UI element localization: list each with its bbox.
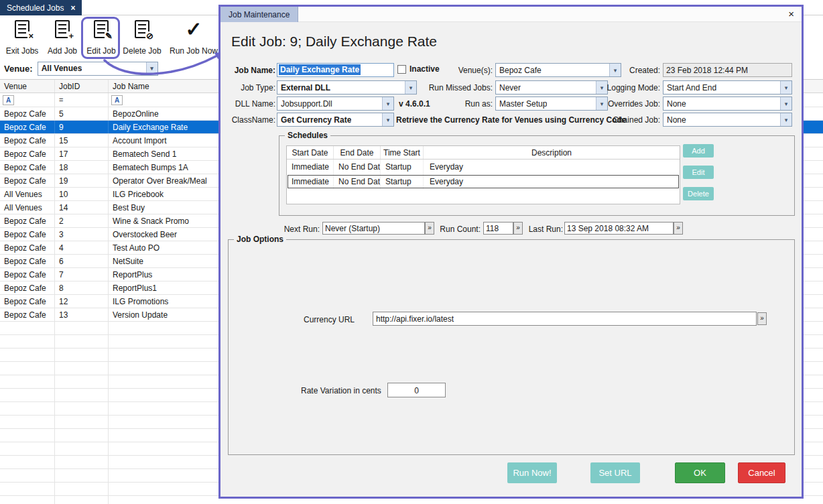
- job-name-input[interactable]: Daily Exchange Rate: [277, 63, 394, 77]
- run-count-field[interactable]: 118: [483, 222, 513, 235]
- checkmark-icon: ✓: [185, 20, 202, 39]
- tab-close-icon[interactable]: ×: [70, 3, 75, 13]
- venue-dropdown[interactable]: All Venues ▾: [38, 62, 158, 76]
- delete-job-button[interactable]: ⊘ Delete Job: [122, 18, 162, 57]
- last-run-label: Last Run:: [525, 225, 563, 234]
- job-cell: [55, 362, 109, 375]
- schedule-col-time-start: Time Start: [381, 146, 424, 159]
- dialog-close-icon[interactable]: ×: [788, 8, 794, 19]
- job-name-value: Daily Exchange Rate: [279, 64, 361, 75]
- job-cell: [0, 416, 55, 428]
- dll-version-text: v 4.6.0.1: [399, 99, 430, 109]
- run-job-now-button[interactable]: ✓ Run Job Now: [169, 18, 218, 57]
- dll-name-label: DLL Name:: [225, 99, 275, 109]
- currency-url-expand-button[interactable]: »: [757, 312, 767, 325]
- logging-mode-label: Logging Mode:: [604, 83, 660, 92]
- schedule-add-button[interactable]: Add: [683, 144, 714, 158]
- job-cell: [55, 429, 109, 442]
- overrides-job-dropdown-value: None: [667, 99, 686, 109]
- rate-variation-input[interactable]: 0: [387, 383, 446, 397]
- job-cell: [0, 322, 55, 334]
- last-run-expand-button[interactable]: »: [674, 222, 683, 235]
- column-header-venue[interactable]: Venue: [0, 80, 55, 92]
- next-run-field[interactable]: Never (Startup): [322, 222, 425, 235]
- filter-a-icon[interactable]: A: [3, 95, 14, 105]
- schedule-cell: No End Date: [334, 160, 381, 174]
- venue-label: Venue:: [4, 64, 33, 74]
- job-cell: [0, 402, 55, 415]
- run-as-dropdown[interactable]: Master Setup ▾: [495, 97, 608, 111]
- logging-mode-dropdown[interactable]: Start And End ▾: [663, 80, 792, 94]
- schedule-delete-button[interactable]: Delete: [683, 187, 714, 200]
- dialog-heading: Edit Job: 9; Daily Exchange Rate: [231, 34, 437, 50]
- chevron-down-icon: ▾: [405, 81, 416, 94]
- job-type-dropdown[interactable]: External DLL ▾: [277, 80, 417, 94]
- job-cell: [0, 389, 55, 401]
- job-cell: Bepoz Cafe: [0, 255, 55, 267]
- last-run-field[interactable]: 13 Sep 2018 08:32 AM: [564, 222, 674, 235]
- filter-equals-icon[interactable]: =: [58, 96, 63, 104]
- dll-name-dropdown-value: Jobsupport.Dll: [281, 99, 332, 109]
- venues-dropdown-value: Bepoz Cafe: [499, 66, 542, 75]
- venue-filter-row: Venue: All Venues ▾: [0, 59, 158, 78]
- set-url-button[interactable]: Set URL: [590, 462, 640, 483]
- class-name-dropdown[interactable]: Get Currency Rate ▾: [277, 113, 394, 127]
- venue-filter-cell[interactable]: A: [0, 93, 55, 107]
- toolbar-label: Exit Jobs: [6, 46, 39, 56]
- dialog-title-tab: Job Maintenance: [220, 7, 298, 22]
- screen: Scheduled Jobs × × Exit Jobs + Add Job ✎…: [0, 0, 823, 504]
- chained-job-dropdown[interactable]: None ▾: [663, 113, 792, 127]
- venues-label: Venue(s):: [439, 66, 493, 75]
- column-header-jobid[interactable]: JobID: [55, 80, 109, 92]
- schedule-row[interactable]: ImmediateNo End DateStartupEveryday: [287, 174, 680, 189]
- dll-name-dropdown[interactable]: Jobsupport.Dll ▾: [277, 97, 394, 111]
- edit-job-icon: ✎: [94, 20, 109, 38]
- schedule-cell: Startup: [381, 160, 424, 174]
- job-cell: 14: [55, 201, 109, 214]
- exit-jobs-button[interactable]: × Exit Jobs: [4, 18, 40, 57]
- job-cell: [0, 375, 55, 388]
- rate-variation-label: Rate Variation in cents: [301, 386, 381, 395]
- job-cell: [0, 483, 55, 495]
- ok-button[interactable]: OK: [675, 462, 725, 483]
- schedule-row[interactable]: ImmediateNo End DateStartupEveryday: [287, 160, 680, 174]
- job-cell: 3: [55, 228, 109, 241]
- inactive-checkbox[interactable]: [397, 65, 406, 74]
- job-cell: [55, 389, 109, 401]
- tab-scheduled-jobs[interactable]: Scheduled Jobs ×: [0, 0, 82, 15]
- job-cell: Bepoz Cafe: [0, 295, 55, 308]
- currency-url-label: Currency URL: [304, 315, 355, 324]
- add-job-button[interactable]: + Add Job: [44, 18, 80, 57]
- job-cell: [0, 456, 55, 468]
- delete-job-icon: ⊘: [135, 20, 149, 38]
- next-run-expand-button[interactable]: »: [425, 222, 434, 235]
- job-cell: Bepoz Cafe: [0, 241, 55, 254]
- job-cell: [55, 322, 109, 334]
- venues-dropdown[interactable]: Bepoz Cafe ▾: [495, 63, 621, 77]
- edit-job-button[interactable]: ✎ Edit Job: [84, 18, 118, 57]
- job-cell: [0, 496, 55, 504]
- schedule-edit-button[interactable]: Edit: [683, 166, 714, 179]
- run-missed-jobs-dropdown[interactable]: Never ▾: [495, 80, 608, 94]
- job-cell: 13: [55, 308, 109, 321]
- job-cell: [0, 349, 55, 361]
- run-count-expand-button[interactable]: »: [513, 222, 523, 235]
- edit-badge-icon: ✎: [105, 32, 113, 40]
- dialog-titlebar: Job Maintenance ×: [220, 7, 802, 22]
- overrides-job-label: Overrides Job:: [604, 99, 660, 109]
- jobid-filter-cell[interactable]: =: [55, 93, 109, 107]
- job-cell: All Venues: [0, 201, 55, 214]
- job-cell: 18: [55, 161, 109, 174]
- overrides-job-dropdown[interactable]: None ▾: [663, 97, 792, 111]
- job-cell: [0, 335, 55, 348]
- job-cell: [55, 402, 109, 415]
- currency-url-input[interactable]: http://api.fixer.io/latest: [373, 312, 757, 326]
- job-cell: 7: [55, 268, 109, 281]
- class-name-dropdown-value: Get Currency Rate: [281, 115, 351, 125]
- chained-job-label: Chained Job:: [604, 115, 660, 125]
- run-missed-jobs-label: Run Missed Jobs:: [419, 83, 493, 92]
- cancel-button[interactable]: Cancel: [738, 462, 785, 483]
- exit-badge-icon: ×: [27, 32, 34, 40]
- filter-a-icon[interactable]: A: [111, 95, 123, 105]
- run-now-button[interactable]: Run Now!: [507, 462, 557, 483]
